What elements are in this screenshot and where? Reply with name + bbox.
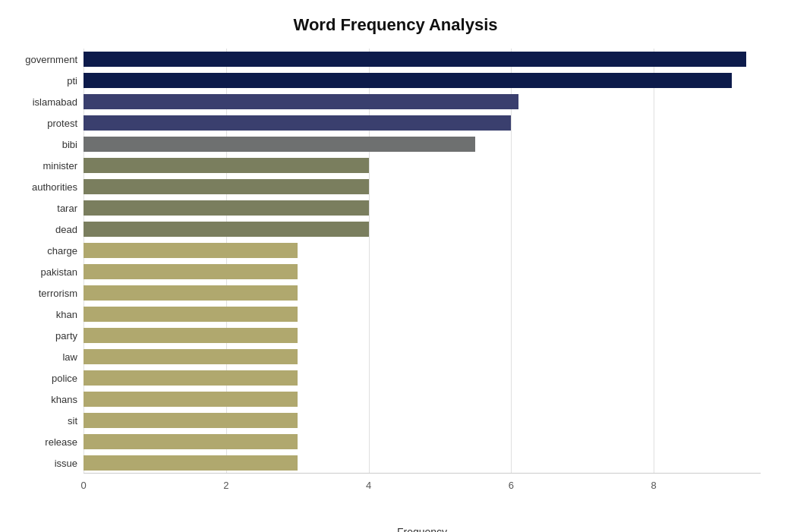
bar-fill [84, 115, 511, 131]
bar-fill [84, 200, 369, 216]
bar-fill [84, 349, 298, 364]
bar-label: bibi [11, 139, 84, 150]
bar-label: release [11, 436, 84, 448]
bar-track [84, 94, 761, 109]
x-tick-label: 0 [80, 480, 86, 491]
bar-track [84, 434, 761, 449]
bar-label: tarar [11, 203, 84, 214]
chart-title: Word Frequency Analysis [30, 15, 761, 35]
x-tick-label: 4 [366, 480, 371, 491]
bar-track [84, 73, 761, 88]
bar-row: khans [84, 389, 761, 410]
bar-row: government [84, 49, 761, 70]
bar-row: charge [84, 240, 761, 261]
bar-track [84, 370, 761, 386]
bar-row: sit [84, 410, 761, 431]
bar-track [84, 179, 761, 194]
bar-row: khan [84, 304, 761, 325]
bar-track [84, 264, 761, 279]
bar-label: government [11, 54, 84, 65]
bar-label: pti [11, 75, 84, 87]
bar-track [84, 158, 761, 173]
bars-section: governmentptiislamabadprotestbibiministe… [84, 49, 761, 474]
bar-track [84, 137, 761, 152]
x-tick-label: 8 [651, 480, 657, 491]
bar-label: dead [11, 224, 84, 235]
bar-row: bibi [84, 134, 761, 155]
bar-fill [84, 285, 298, 301]
x-tick-label: 2 [223, 480, 228, 491]
bar-label: khans [11, 394, 84, 405]
bar-track [84, 222, 761, 237]
bar-track [84, 413, 761, 428]
bar-fill [84, 179, 369, 194]
bar-fill [84, 264, 298, 279]
bar-row: pakistan [84, 261, 761, 282]
bar-track [84, 328, 761, 343]
bar-track [84, 307, 761, 322]
x-axis: 02468 [84, 474, 761, 504]
bar-label: law [11, 351, 84, 363]
bar-label: issue [11, 458, 84, 469]
bar-track [84, 200, 761, 216]
bar-fill [84, 137, 475, 152]
bar-label: minister [11, 160, 84, 172]
bar-track [84, 115, 761, 131]
bar-fill [84, 73, 732, 88]
bar-row: issue [84, 452, 761, 474]
bar-fill [84, 222, 369, 237]
bar-label: police [11, 373, 84, 384]
bar-fill [84, 392, 298, 407]
bar-row: authorities [84, 176, 761, 197]
bar-label: protest [11, 118, 84, 129]
bar-track [84, 285, 761, 301]
bar-fill [84, 94, 518, 109]
bar-row: law [84, 346, 761, 367]
bar-fill [84, 243, 298, 258]
bar-row: pti [84, 70, 761, 91]
bar-track [84, 392, 761, 407]
bar-row: party [84, 325, 761, 346]
bar-row: minister [84, 155, 761, 176]
chart-area: governmentptiislamabadprotestbibiministe… [84, 49, 761, 504]
bar-label: authorities [11, 181, 84, 193]
bar-label: terrorism [11, 288, 84, 299]
bar-fill [84, 370, 298, 386]
bar-track [84, 243, 761, 258]
x-axis-label: Frequency [397, 526, 447, 532]
bar-label: islamabad [11, 96, 84, 108]
bar-row: release [84, 431, 761, 452]
bar-row: police [84, 367, 761, 389]
bar-row: terrorism [84, 282, 761, 304]
bar-row: dead [84, 219, 761, 240]
bar-fill [84, 307, 298, 322]
x-tick-label: 6 [509, 480, 514, 491]
bar-fill [84, 328, 298, 343]
bar-fill [84, 52, 746, 67]
bar-fill [84, 413, 298, 428]
bar-label: khan [11, 309, 84, 320]
bar-fill [84, 455, 298, 471]
bar-track [84, 349, 761, 364]
chart-container: Word Frequency Analysis governmentptiisl… [0, 0, 791, 532]
bar-row: islamabad [84, 91, 761, 112]
bar-row: protest [84, 112, 761, 134]
bar-label: sit [11, 415, 84, 427]
bar-label: charge [11, 245, 84, 257]
bar-row: tarar [84, 197, 761, 219]
bar-label: party [11, 330, 84, 342]
bar-track [84, 52, 761, 67]
bar-track [84, 455, 761, 471]
bar-label: pakistan [11, 266, 84, 278]
bar-fill [84, 434, 298, 449]
bar-fill [84, 158, 369, 173]
